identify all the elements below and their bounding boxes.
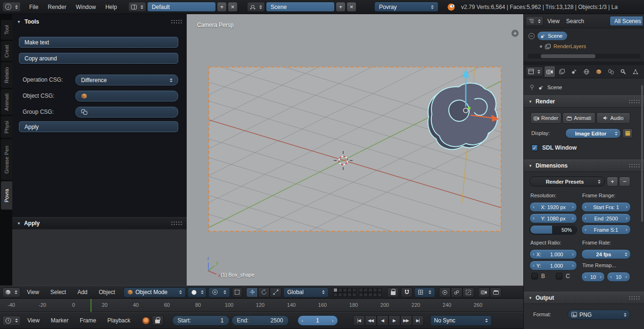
increment-arrow-icon[interactable]: › <box>626 216 627 221</box>
region-divider[interactable] <box>524 61 644 65</box>
scale-manipulator-button[interactable] <box>270 287 281 297</box>
menu-select[interactable]: Select <box>46 286 71 298</box>
tab-scene[interactable] <box>569 66 580 77</box>
apply-panel-header[interactable]: ▼ Apply <box>12 217 187 229</box>
add-scene-button[interactable]: + <box>336 2 346 12</box>
panel-grip-icon[interactable] <box>628 99 640 104</box>
increment-arrow-icon[interactable]: › <box>625 274 627 279</box>
pivot-align-toggle[interactable] <box>232 287 242 297</box>
outliner-row-scene[interactable]: − Scene <box>524 31 644 41</box>
screen-layout-name-field[interactable]: Default <box>147 2 216 12</box>
menu-frame[interactable]: Frame <box>75 312 101 329</box>
outliner-scope-dropdown[interactable]: All Scenes <box>610 16 643 26</box>
menu-view[interactable]: View <box>22 286 44 298</box>
editor-type-button-outliner[interactable] <box>526 16 544 26</box>
lock-to-scene-button[interactable] <box>387 287 399 297</box>
frame-end-property-field[interactable]: ‹ End :2500 › <box>581 213 631 223</box>
tab-render[interactable] <box>544 66 555 77</box>
render-engine-dropdown[interactable]: Povray <box>374 2 438 12</box>
jump-to-start-button[interactable]: |◀ <box>353 315 365 326</box>
sdl-checkbox[interactable]: ✓ <box>531 144 538 151</box>
opengl-render-still-button[interactable] <box>478 287 490 297</box>
decrement-arrow-icon[interactable]: ‹ <box>585 204 586 210</box>
viewport-shading-dropdown[interactable] <box>188 287 206 297</box>
viewport-3d[interactable]: z y x Camera Persp (1) Box_shape + <box>187 14 523 286</box>
render-audio-button[interactable]: Audio <box>596 112 630 124</box>
panel-grip-icon[interactable] <box>171 19 182 24</box>
browse-layouts-button[interactable] <box>128 2 146 12</box>
browse-scenes-button[interactable] <box>247 2 265 12</box>
timeline-ruler[interactable]: -40 -20 0 20 40 60 80 100 120 140 160 18… <box>0 299 523 312</box>
rotate-manipulator-button[interactable] <box>258 287 270 297</box>
remove-preset-button[interactable]: − <box>619 177 630 186</box>
render-still-button[interactable]: Render <box>530 112 561 124</box>
tab-object[interactable] <box>593 66 604 77</box>
add-preset-button[interactable]: + <box>607 177 618 186</box>
menu-file[interactable]: File <box>25 0 43 14</box>
scene-name-field[interactable]: Scene <box>266 2 335 12</box>
snap-element-dropdown[interactable] <box>414 287 435 297</box>
border-option[interactable]: B <box>531 273 545 279</box>
output-panel-header[interactable]: ▼ Output <box>524 292 644 304</box>
pin-icon[interactable] <box>529 84 535 90</box>
object-csg-field[interactable] <box>75 91 178 101</box>
scene-tree-item[interactable]: Scene <box>537 32 567 40</box>
menu-add[interactable]: Add <box>73 286 92 298</box>
resolution-y-field[interactable]: ‹ Y: 1080 px › <box>529 213 577 223</box>
tab-world[interactable] <box>581 66 592 77</box>
tools-panel-header[interactable]: ▼ Tools <box>12 14 187 26</box>
crop-checkbox[interactable] <box>556 273 562 279</box>
menu-object[interactable]: Object <box>94 286 120 298</box>
apply-button[interactable]: Apply <box>19 121 178 132</box>
layers-widget[interactable] <box>333 288 383 297</box>
outliner-row-renderlayers[interactable]: RenderLayers <box>524 42 644 51</box>
increment-arrow-icon[interactable]: › <box>572 252 574 257</box>
outliner-scrollbar-track[interactable] <box>528 54 641 59</box>
decrement-arrow-icon[interactable]: ‹ <box>533 263 535 268</box>
aspect-y-field[interactable]: ‹ Y: 1.000 › <box>529 261 577 270</box>
decrement-arrow-icon[interactable]: ‹ <box>533 252 535 257</box>
play-button[interactable]: ▶ <box>388 315 400 326</box>
increment-arrow-icon[interactable]: › <box>572 216 574 221</box>
current-frame-marker[interactable] <box>91 299 91 312</box>
tab-relations[interactable]: Relatio <box>1 62 12 88</box>
lock-interface-button[interactable] <box>622 128 633 138</box>
menu-playback[interactable]: Playback <box>103 312 135 329</box>
editor-type-button-properties[interactable] <box>526 67 543 76</box>
auto-keyframe-record-button[interactable] <box>142 317 150 325</box>
sdl-window-option[interactable]: ✓ SDL Window <box>531 144 577 151</box>
increment-arrow-icon[interactable]: › <box>626 227 627 232</box>
copy-around-button[interactable]: Copy around <box>19 53 178 64</box>
time-remap-old-field[interactable]: ‹ 10 › <box>581 272 605 282</box>
display-mode-dropdown[interactable]: Image Editor <box>565 128 621 138</box>
current-frame-field[interactable]: ‹ 1 › <box>297 315 338 326</box>
delete-scene-button[interactable]: × <box>347 2 356 12</box>
translate-manipulator-button[interactable] <box>246 287 258 297</box>
outliner-menu-view[interactable]: View <box>545 14 562 28</box>
aspect-x-field[interactable]: ‹ X: 1.000 › <box>529 249 577 259</box>
frame-step-field[interactable]: ‹ Frame S:1 › <box>581 225 631 235</box>
delete-layout-button[interactable]: × <box>228 2 238 12</box>
increment-arrow-icon[interactable]: › <box>572 204 574 210</box>
dimensions-panel-header[interactable]: ▼ Dimensions <box>524 160 644 172</box>
jump-to-end-button[interactable]: ▶| <box>412 315 424 326</box>
proportional-edit-button[interactable] <box>439 287 451 297</box>
time-remap-new-field[interactable]: ‹ 10 › <box>607 272 630 282</box>
editor-type-button-timeline[interactable] <box>2 316 21 326</box>
outliner-menu-search[interactable]: Search <box>563 14 587 28</box>
operation-csg-dropdown[interactable]: Difference <box>75 75 178 85</box>
render-presets-dropdown[interactable]: Render Presets <box>529 177 605 186</box>
menu-render[interactable]: Render <box>43 0 71 14</box>
decrement-arrow-icon[interactable]: ‹ <box>302 318 304 323</box>
next-keyframe-button[interactable]: ▶▶ <box>400 315 412 326</box>
resolution-percentage-slider[interactable]: 50% <box>529 225 577 235</box>
decrement-arrow-icon[interactable]: ‹ <box>610 274 612 279</box>
previous-keyframe-button[interactable]: ◀◀ <box>365 315 377 326</box>
crop-option[interactable]: C <box>556 273 570 279</box>
opengl-render-anim-button[interactable] <box>490 287 502 297</box>
group-csg-field[interactable] <box>75 107 178 118</box>
frame-start-property-field[interactable]: ‹ Start Fra: 1 › <box>581 202 631 212</box>
tab-constraints[interactable] <box>605 66 617 77</box>
increment-arrow-icon[interactable]: › <box>600 274 602 279</box>
decrement-arrow-icon[interactable]: ‹ <box>533 216 535 221</box>
